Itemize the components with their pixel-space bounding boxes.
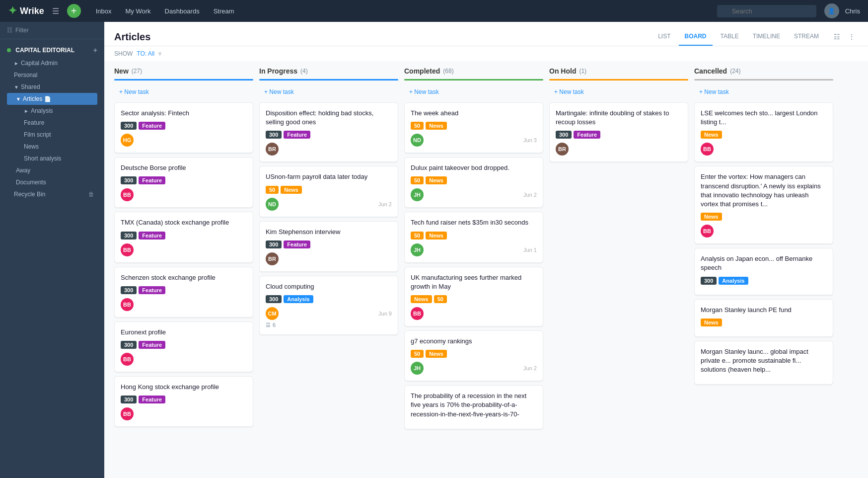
card-inprogress-2[interactable]: Kim Stephenson interview 300Feature BR: [259, 221, 398, 272]
card-cancelled-3[interactable]: Morgan Stanley launch PE fund News: [694, 299, 833, 337]
sidebar-item-analysis[interactable]: ► Analysis: [7, 105, 97, 117]
sidebar-item-feature[interactable]: Feature: [7, 117, 97, 129]
card-tags: 300Feature: [556, 131, 682, 139]
card-new-0[interactable]: Sector analysis: Fintech 300Feature HG: [114, 102, 253, 153]
view-tabs: LIST BOARD TABLE TIMELINE STREAM ☷ ⋮: [652, 28, 858, 46]
card-onhold-0[interactable]: Martingale: infinite doubling of stakes …: [549, 102, 688, 162]
card-cancelled-1[interactable]: Enter the vortex: How managers can trans…: [694, 166, 833, 244]
tag-analysis: Analysis: [284, 295, 313, 303]
top-navigation: ✦ Wrike ☰ + Inbox My Work Dashboards Str…: [0, 0, 868, 22]
tag-feature: Feature: [139, 232, 165, 239]
card-avatar: BB: [121, 298, 134, 311]
nav-stream[interactable]: Stream: [209, 5, 239, 17]
column-bar-onhold: [549, 79, 688, 80]
tab-timeline[interactable]: TIMELINE: [747, 28, 786, 46]
column-scroll-new: Sector analysis: Fintech 300Feature HG D…: [114, 102, 253, 468]
sidebar-item-film-script[interactable]: Film script: [7, 129, 97, 141]
new-task-button-inprogress[interactable]: + New task: [259, 84, 398, 99]
card-new-3[interactable]: Schenzen stock exchange profile 300Featu…: [114, 267, 253, 318]
card-new-4[interactable]: Euronext profile 300Feature BB: [114, 321, 253, 372]
sidebar-item-label: Shared: [21, 83, 40, 90]
filter-label: Filter: [15, 27, 29, 34]
tag-300: 300: [121, 396, 137, 403]
nav-dashboards[interactable]: Dashboards: [160, 5, 205, 17]
nav-inbox[interactable]: Inbox: [91, 5, 117, 17]
tag-news: News: [701, 213, 722, 221]
column-scroll-cancelled: LSE welcomes tech sto... largest London …: [694, 102, 833, 468]
add-group-icon[interactable]: +: [93, 46, 97, 54]
card-new-2[interactable]: TMX (Canada) stock exchange profile 300F…: [114, 212, 253, 262]
sidebar-item-away[interactable]: Away: [7, 164, 97, 176]
column-title-inprogress: In Progress: [259, 67, 297, 75]
card-new-5[interactable]: Hong Kong stock exchange profile 300Feat…: [114, 376, 253, 427]
card-completed-4[interactable]: g7 economy rankings 50News JHJun 2: [404, 330, 543, 381]
card-tags: 50News: [411, 232, 537, 239]
card-tags: 300Feature: [121, 232, 247, 239]
column-header-inprogress: In Progress (4): [259, 61, 398, 79]
sidebar-section-capital: CAPITAL EDITORIAL + ► Capital Admin Pers…: [0, 39, 104, 202]
subtask-icon: ☰: [266, 322, 271, 328]
tab-board[interactable]: BOARD: [679, 28, 713, 46]
search-input[interactable]: [717, 5, 816, 17]
tab-list[interactable]: LIST: [652, 28, 676, 46]
sidebar-item-news[interactable]: News: [7, 141, 97, 153]
hamburger-icon[interactable]: ☰: [52, 6, 59, 16]
create-button[interactable]: +: [67, 4, 81, 18]
sidebar-item-articles[interactable]: ▼ Articles 📄: [7, 93, 97, 105]
sidebar-group-capital-editorial[interactable]: CAPITAL EDITORIAL +: [7, 43, 97, 57]
grid-icon[interactable]: ☷: [831, 29, 843, 45]
card-footer: JHJun 2: [411, 362, 537, 375]
tab-table[interactable]: TABLE: [715, 28, 745, 46]
sidebar-item-label: Away: [16, 167, 30, 174]
card-cancelled-0[interactable]: LSE welcomes tech sto... largest London …: [694, 102, 833, 162]
card-completed-0[interactable]: The week ahead 50News NDJun 3: [404, 102, 543, 153]
card-cancelled-4[interactable]: Morgan Stanley launc... global impact pr…: [694, 341, 833, 385]
card-inprogress-1[interactable]: USnon-farm payroll data later today 50Ne…: [259, 166, 398, 217]
new-task-button-onhold[interactable]: + New task: [549, 84, 688, 99]
tab-stream[interactable]: STREAM: [788, 28, 825, 46]
card-completed-1[interactable]: Dulux paint takeover bod dropped. 50News…: [404, 157, 543, 208]
card-avatar: JH: [411, 243, 424, 256]
new-task-button-cancelled[interactable]: + New task: [694, 84, 833, 99]
sidebar-item-documents[interactable]: Documents: [7, 176, 97, 188]
search-wrap: 🔍: [717, 5, 816, 17]
card-avatar: ND: [266, 198, 279, 211]
tag-news: News: [426, 232, 447, 239]
card-footer: NDJun 3: [411, 134, 537, 147]
tag-300: 300: [266, 240, 282, 248]
app-logo: ✦ Wrike: [8, 4, 44, 17]
card-footer: JHJun 1: [411, 243, 537, 256]
tag-300: 300: [121, 176, 137, 184]
nav-mywork[interactable]: My Work: [121, 5, 156, 17]
column-count-onhold: (1): [579, 68, 586, 75]
column-header-completed: Completed (68): [404, 61, 543, 79]
more-icon[interactable]: ⋮: [845, 29, 858, 45]
card-footer: BB: [121, 298, 247, 311]
new-task-button-new[interactable]: + New task: [114, 84, 253, 99]
card-avatar: BB: [701, 143, 714, 156]
card-title: Dulux paint takeover bod dropped.: [411, 163, 537, 172]
sidebar-item-recycle-bin[interactable]: Recycle Bin 🗑: [7, 188, 97, 200]
filter-icon[interactable]: ▿: [158, 50, 161, 57]
card-new-1[interactable]: Deutsche Borse profile 300Feature BB: [114, 157, 253, 208]
show-value[interactable]: TO: All: [137, 50, 154, 57]
card-title: Martingale: infinite doubling of stakes …: [556, 109, 682, 127]
sidebar-item-shared[interactable]: ▼ Shared: [7, 81, 97, 93]
tag-news: News: [426, 350, 447, 358]
card-completed-3[interactable]: UK manufacturing sees further marked gro…: [404, 267, 543, 326]
card-cancelled-2[interactable]: Analysis on Japan econ... off Bernanke s…: [694, 248, 833, 295]
card-completed-2[interactable]: Tech fund raiser nets $35m in30 seconds …: [404, 212, 543, 262]
avatar[interactable]: 👤: [824, 3, 839, 18]
sidebar-item-short-analysis[interactable]: Short analysis: [7, 153, 97, 164]
sidebar-item-capital-admin[interactable]: ► Capital Admin: [7, 57, 97, 69]
card-completed-5[interactable]: The probability of a recession in the ne…: [404, 385, 543, 429]
new-task-button-completed[interactable]: + New task: [404, 84, 543, 99]
sidebar-filter[interactable]: ☷ Filter: [0, 22, 104, 39]
sidebar-item-personal[interactable]: Personal: [7, 69, 97, 81]
card-inprogress-3[interactable]: Cloud computing 300Analysis CMJun 9 ☰ 6: [259, 276, 398, 335]
content-header: Articles LIST BOARD TABLE TIMELINE STREA…: [104, 22, 868, 46]
card-inprogress-0[interactable]: Disposition effect: holding bad stocks, …: [259, 102, 398, 162]
card-footer: BB: [121, 407, 247, 420]
card-footer: BB: [121, 243, 247, 256]
card-avatar: ND: [411, 134, 424, 147]
